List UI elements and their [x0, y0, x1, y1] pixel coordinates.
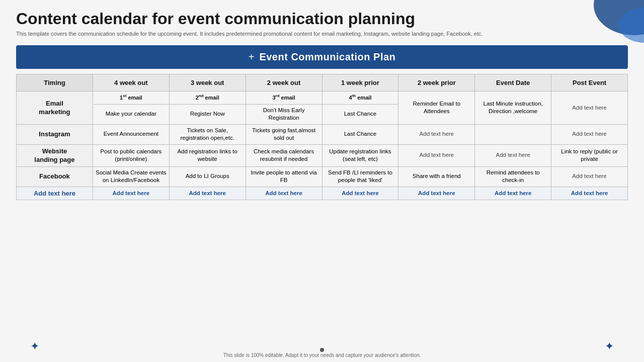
col-header-2weekprior: 2 week prior: [398, 74, 475, 92]
cell-email-3w: Register Now: [169, 104, 246, 124]
cell-addtext-postevent: Add text here: [551, 187, 628, 200]
cell-email-2w: Don't Miss Early Registration: [246, 104, 322, 124]
table-row-facebook: Facebook Social Media Create events on L…: [17, 166, 628, 187]
col-header-timing: Timing: [17, 74, 93, 92]
cell-website-2wprior: Add text here: [398, 144, 475, 166]
cell-instagram-2w: Tickets going fast,almost sold out: [246, 124, 322, 144]
row-label-website: Websitelanding page: [17, 144, 93, 166]
cell-email-4w: Make your calendar: [93, 104, 169, 124]
cell-email-1w: Last Chance: [322, 104, 398, 124]
page-subtitle: This template covers the communication s…: [16, 30, 628, 38]
cell-website-1w: Update registration links (seat left, et…: [322, 144, 398, 166]
content-calendar-table: Timing 4 week out 3 week out 2 week out …: [16, 74, 628, 200]
cell-addtext-2w: Add text here: [246, 187, 322, 200]
slide: Content calendar for event communication…: [0, 0, 644, 362]
cell-facebook-2w: Invite people to attend via FB: [246, 166, 322, 187]
col-header-3week: 3 week out: [169, 74, 246, 92]
cell-facebook-1w: Send FB /LI reminders to people that 'li…: [322, 166, 398, 187]
cell-email-postevent: Add text here: [551, 92, 628, 124]
cell-website-4w: Post to public calendars (print/online): [93, 144, 169, 166]
cell-addtext-2wprior: Add text here: [398, 187, 475, 200]
table-row-email: Emailmarketing 1st email 2nd email 3rd e…: [17, 92, 628, 104]
cell-facebook-eventdate: Remind attendees to check-in: [475, 166, 551, 187]
cell-instagram-postevent: Add text here: [551, 124, 628, 144]
cell-instagram-eventdate: [475, 124, 551, 144]
banner: + Event Communication Plan: [16, 45, 628, 69]
row-label-addtext: Add text here: [17, 187, 93, 200]
row-label-facebook: Facebook: [17, 166, 93, 187]
table-row-instagram: Instagram Event Announcement Tickets on …: [17, 124, 628, 144]
star-decoration-right: ✦: [605, 340, 614, 353]
cell-instagram-3w: Tickets on Sale, registration open,etc.: [169, 124, 246, 144]
cell-addtext-eventdate: Add text here: [475, 187, 551, 200]
cell-website-eventdate: Add text here: [475, 144, 551, 166]
cell-email-4w-sub: 1st email: [93, 92, 169, 104]
cell-email-1w-sub: 4th email: [322, 92, 398, 104]
banner-plus: +: [249, 51, 255, 63]
col-header-eventdate: Event Date: [475, 74, 551, 92]
table-row-addtext: Add text here Add text here Add text her…: [17, 187, 628, 200]
cell-email-2w-sub: 3rd email: [246, 92, 322, 104]
col-header-1week: 1 week prior: [322, 74, 398, 92]
cell-instagram-1w: Last Chance: [322, 124, 398, 144]
col-header-postevent: Post Event: [551, 74, 628, 92]
dot-decoration-center: [320, 348, 324, 352]
cell-email-eventdate: Last Minute instruction, Direction ,welc…: [475, 92, 551, 124]
table-header-row: Timing 4 week out 3 week out 2 week out …: [17, 74, 628, 92]
cell-website-3w: Add registration links to website: [169, 144, 246, 166]
banner-title: Event Communication Plan: [259, 51, 395, 63]
page-title: Content calendar for event communication…: [16, 9, 628, 28]
cell-facebook-postevent: Add text here: [551, 166, 628, 187]
corner-decoration-top-right: [574, 0, 644, 50]
row-label-email: Emailmarketing: [17, 92, 93, 124]
cell-addtext-1w: Add text here: [322, 187, 398, 200]
cell-facebook-4w: Social Media Create events on LinkedIn/F…: [93, 166, 169, 187]
cell-facebook-3w: Add to LI Groups: [169, 166, 246, 187]
cell-addtext-3w: Add text here: [169, 187, 246, 200]
row-label-instagram: Instagram: [17, 124, 93, 144]
cell-instagram-4w: Event Announcement: [93, 124, 169, 144]
cell-website-2w: Check media calendars resubmit if needed: [246, 144, 322, 166]
cell-instagram-2wprior: Add text here: [398, 124, 475, 144]
star-decoration-left: ✦: [30, 340, 39, 353]
col-header-4week: 4 week out: [93, 74, 169, 92]
cell-addtext-4w: Add text here: [93, 187, 169, 200]
table-row-website: Websitelanding page Post to public calen…: [17, 144, 628, 166]
col-header-2week: 2 week out: [246, 74, 322, 92]
cell-email-3w-sub: 2nd email: [169, 92, 246, 104]
cell-website-postevent: Link to reply (public or private: [551, 144, 628, 166]
footer-text: This slide is 100% editable. Adapt it to…: [0, 352, 644, 358]
cell-email-2wprior: Reminder Email to Attendees: [398, 92, 475, 124]
cell-facebook-2wprior: Share with a friend: [398, 166, 475, 187]
